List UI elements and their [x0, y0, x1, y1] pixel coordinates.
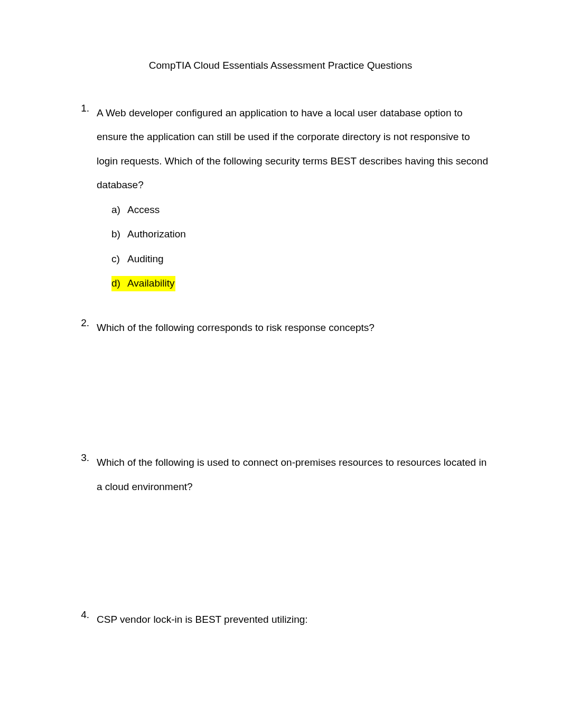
option-b: b) Authorization — [111, 227, 492, 242]
question-text: A Web developer configured an applicatio… — [97, 101, 492, 197]
question-text: Which of the following corresponds to ri… — [97, 316, 492, 340]
option-d: d) Availability — [111, 276, 492, 291]
option-c: c) Auditing — [111, 252, 492, 267]
question-1: 1. A Web developer configured an applica… — [77, 101, 492, 301]
option-text: Auditing — [127, 252, 492, 267]
question-text: Which of the following is used to connec… — [97, 450, 492, 499]
option-text: Authorization — [127, 227, 492, 242]
question-number: 3. — [77, 450, 97, 504]
question-3: 3. Which of the following is used to con… — [77, 450, 492, 504]
question-number: 4. — [77, 607, 97, 637]
option-text: Access — [127, 202, 492, 218]
question-content: CSP vendor lock-in is BEST prevented uti… — [97, 607, 492, 637]
question-2: 2. Which of the following corresponds to… — [77, 316, 492, 345]
document-title: CompTIA Cloud Essentials Assessment Prac… — [69, 58, 492, 73]
option-letter: b) — [111, 227, 127, 242]
question-number: 2. — [77, 316, 97, 345]
question-list: 1. A Web developer configured an applica… — [69, 101, 492, 637]
option-a: a) Access — [111, 202, 492, 218]
question-content: A Web developer configured an applicatio… — [97, 101, 492, 301]
question-4: 4. CSP vendor lock-in is BEST prevented … — [77, 607, 492, 637]
option-text: Availability — [127, 276, 174, 291]
question-content: Which of the following is used to connec… — [97, 450, 492, 504]
option-letter: d) — [111, 276, 127, 291]
option-letter: a) — [111, 202, 127, 218]
option-letter: c) — [111, 252, 127, 267]
question-text: CSP vendor lock-in is BEST prevented uti… — [97, 607, 492, 632]
options-list: a) Access b) Authorization c) Auditing d… — [97, 202, 492, 291]
question-content: Which of the following corresponds to ri… — [97, 316, 492, 345]
question-number: 1. — [77, 101, 97, 301]
highlighted-option-row: d) Availability — [111, 276, 175, 291]
